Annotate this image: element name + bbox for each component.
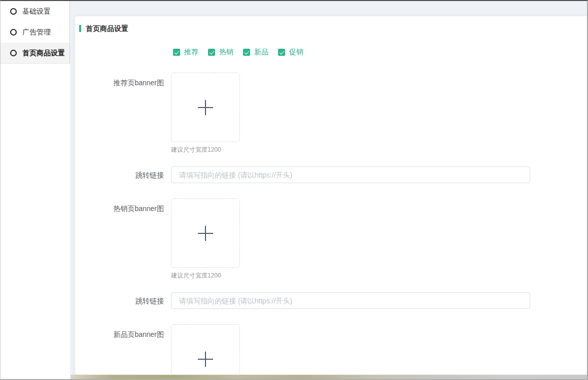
sidebar-menu: 基础设置 广告管理 首页商品设置 — [1, 1, 70, 64]
field-label: 跳转链接 — [75, 296, 164, 306]
sidebar-item-ad-management[interactable]: 广告管理 — [1, 22, 70, 43]
sidebar-item-homepage-product-settings[interactable]: 首页商品设置 — [1, 43, 70, 63]
circle-icon — [10, 8, 17, 15]
sidebar: 基础设置 广告管理 首页商品设置 — [1, 1, 70, 379]
form-row-recommended-banner: 推荐页banner图 建议尺寸宽度1200 — [75, 73, 587, 154]
field-label: 跳转链接 — [75, 170, 164, 180]
upload-control — [171, 324, 240, 379]
checkbox-recommended[interactable]: 推荐 — [173, 48, 198, 57]
checkbox-checked-icon[interactable] — [278, 49, 285, 56]
field-label: 热销页banner图 — [75, 198, 164, 280]
checkbox-label: 热销 — [219, 48, 233, 57]
checkbox-new-product[interactable]: 新品 — [243, 48, 268, 57]
banner-upload-hot-sale[interactable] — [171, 198, 240, 268]
link-input-recommended[interactable] — [171, 166, 530, 183]
checkbox-hot-sale[interactable]: 热销 — [208, 48, 233, 57]
circle-icon — [10, 29, 17, 36]
sidebar-item-basic-settings[interactable]: 基础设置 — [1, 1, 70, 22]
field-label: 推荐页banner图 — [75, 73, 164, 154]
sidebar-item-label: 基础设置 — [22, 7, 51, 16]
link-input-hot-sale[interactable] — [171, 292, 530, 309]
upload-size-hint: 建议尺寸宽度1200 — [171, 271, 240, 280]
sidebar-item-label: 广告管理 — [22, 28, 51, 37]
form-row-recommended-link: 跳转链接 — [75, 166, 587, 183]
form-row-hot-sale-banner: 热销页banner图 建议尺寸宽度1200 — [75, 198, 587, 280]
plus-icon — [198, 100, 213, 115]
card-title-row: 首页商品设置 — [79, 25, 587, 32]
checkbox-label: 推荐 — [184, 48, 198, 57]
circle-icon — [10, 50, 17, 56]
checkbox-promotion[interactable]: 促销 — [278, 48, 303, 57]
banner-upload-recommended[interactable] — [171, 73, 240, 142]
checkbox-checked-icon[interactable] — [208, 49, 215, 56]
upload-control: 建议尺寸宽度1200 — [171, 198, 240, 280]
form-row-hot-sale-link: 跳转链接 — [75, 292, 587, 309]
settings-page: 基础设置 广告管理 首页商品设置 首页商品设置 — [0, 0, 588, 380]
checkbox-label: 新品 — [254, 48, 268, 57]
banner-upload-new-product[interactable] — [171, 324, 240, 379]
plus-icon — [198, 226, 213, 241]
checkbox-checked-icon[interactable] — [173, 49, 180, 56]
input-control — [171, 292, 530, 309]
upload-size-hint: 建议尺寸宽度1200 — [171, 146, 240, 154]
input-control — [171, 166, 530, 183]
checkbox-checked-icon[interactable] — [243, 49, 250, 56]
title-accent-bar — [79, 25, 81, 32]
form-row-new-product-banner: 新品页banner图 — [75, 324, 587, 379]
field-label: 新品页banner图 — [75, 324, 164, 379]
settings-form: 推荐 热销 新品 促销 — [75, 47, 587, 379]
upload-control: 建议尺寸宽度1200 — [171, 73, 240, 154]
plus-icon — [198, 352, 213, 367]
page-title: 首页商品设置 — [86, 25, 128, 32]
tab-checkbox-row: 推荐 热销 新品 促销 — [173, 47, 587, 57]
main-area: 首页商品设置 推荐 热销 新品 — [70, 1, 587, 379]
bottom-image-strip — [71, 374, 587, 379]
settings-card: 首页商品设置 推荐 热销 新品 — [75, 16, 587, 379]
sidebar-item-label: 首页商品设置 — [22, 49, 65, 58]
checkbox-label: 促销 — [289, 48, 303, 57]
